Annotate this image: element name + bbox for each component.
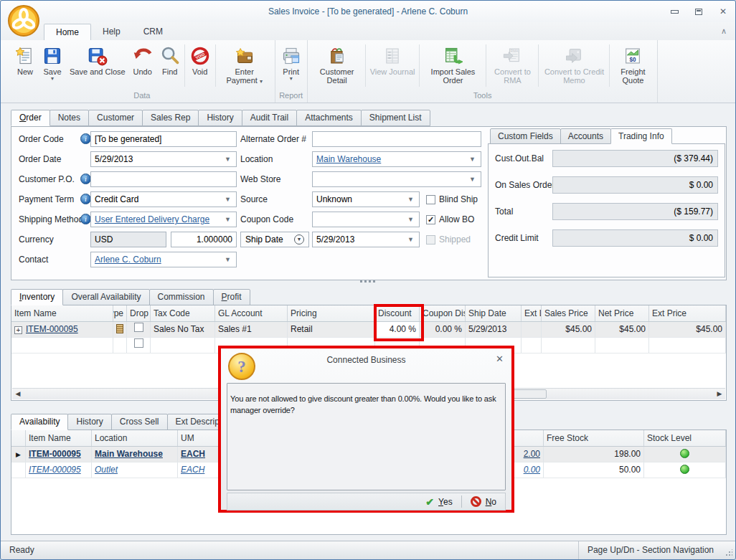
print-dropdown-icon[interactable]: ▾: [290, 76, 293, 82]
tab-overall-availability[interactable]: Overall Availability: [62, 289, 149, 305]
col-item-name[interactable]: Item Name: [11, 305, 113, 321]
info-icon[interactable]: i: [80, 133, 91, 144]
contact-field[interactable]: Arlene C. Coburn▼: [90, 252, 237, 267]
net-price-cell[interactable]: $45.00: [595, 322, 649, 337]
restore-button[interactable]: [694, 6, 704, 16]
info-icon[interactable]: i: [80, 194, 91, 204]
coupon-code-field[interactable]: ▼: [312, 212, 420, 227]
scroll-right-icon[interactable]: ▶: [714, 389, 725, 399]
tab-inventory[interactable]: Inventory: [11, 289, 63, 305]
tab-customer[interactable]: Customer: [88, 110, 143, 126]
yes-button[interactable]: ✔ Yes: [417, 493, 461, 510]
tab-notes[interactable]: Notes: [49, 110, 89, 126]
col-free-stock[interactable]: Free Stock: [544, 430, 644, 446]
ribbon-collapse-icon[interactable]: ∧: [721, 27, 727, 36]
new-button[interactable]: New: [11, 41, 39, 90]
void-button[interactable]: VOID Void: [186, 41, 214, 90]
alternate-order-field[interactable]: [312, 131, 481, 147]
ship-date-button[interactable]: Ship Date▼: [240, 232, 309, 247]
save-and-close-button[interactable]: Save and Close: [66, 41, 129, 90]
tab-audit-trail[interactable]: Audit Trail: [242, 110, 297, 126]
um-link[interactable]: EACH: [181, 449, 205, 459]
info-icon[interactable]: i: [80, 174, 91, 184]
sales-price-cell[interactable]: $45.00: [542, 322, 595, 337]
order-code-field[interactable]: [To be generated]: [90, 131, 237, 147]
col-pricing[interactable]: Pricing: [288, 305, 375, 321]
customer-detail-button[interactable]: Customer Detail: [310, 41, 364, 90]
col-ext-l[interactable]: Ext L: [522, 305, 542, 321]
gl-account-cell[interactable]: Sales #1: [215, 322, 288, 337]
col-type[interactable]: Type: [113, 305, 127, 321]
tab-order[interactable]: Order: [11, 110, 50, 126]
col-gl-account[interactable]: GL Account: [215, 305, 288, 321]
ship-date-field[interactable]: 5/29/2013▼: [312, 232, 420, 247]
col-avail-um[interactable]: UM: [178, 430, 221, 446]
print-button[interactable]: Print ▾: [278, 41, 305, 90]
drop-ship-checkbox[interactable]: [134, 323, 143, 332]
tab-availability[interactable]: Availability: [11, 414, 68, 430]
tab-history[interactable]: History: [198, 110, 242, 126]
find-button[interactable]: Find: [156, 41, 184, 90]
ship-date-cell[interactable]: 5/29/2013: [466, 322, 522, 337]
col-ship-date[interactable]: Ship Date: [466, 305, 522, 321]
tab-custom-fields[interactable]: Custom Fields: [490, 128, 561, 144]
ribbon-tab-crm[interactable]: CRM: [132, 24, 174, 40]
col-coupon-disc[interactable]: Coupon Disc...: [420, 305, 466, 321]
tab-accounts[interactable]: Accounts: [560, 128, 611, 144]
col-avail-item-name[interactable]: Item Name: [26, 430, 92, 446]
minimize-button[interactable]: [669, 6, 679, 16]
col-stock-level[interactable]: Stock Level: [644, 430, 726, 446]
col-avail-location[interactable]: Location: [92, 430, 178, 446]
tax-code-cell[interactable]: Sales No Tax: [151, 322, 215, 337]
currency-rate-field[interactable]: 1.000000: [171, 232, 237, 247]
enter-payment-button[interactable]: Enter Payment ▾: [217, 41, 273, 90]
blind-ship-checkbox[interactable]: Blind Ship: [426, 191, 478, 207]
coupon-disc-cell[interactable]: 0.00 %: [420, 322, 466, 337]
item-link[interactable]: ITEM-000095: [29, 449, 81, 459]
tab-attachments[interactable]: Attachments: [296, 110, 362, 126]
pricing-cell[interactable]: Retail: [288, 322, 375, 337]
web-store-field[interactable]: ▼: [312, 171, 481, 187]
dialog-close-icon[interactable]: ✕: [496, 353, 504, 364]
save-button[interactable]: Save ▾: [39, 41, 66, 90]
ext-l-cell[interactable]: [522, 322, 542, 337]
close-button[interactable]: ✕: [718, 6, 728, 16]
ribbon-tab-help[interactable]: Help: [91, 24, 132, 40]
ext-price-cell[interactable]: $45.00: [649, 322, 726, 337]
um-link[interactable]: EACH: [181, 465, 204, 475]
location-field[interactable]: Main Warehouse▼: [312, 151, 481, 167]
qty-link[interactable]: 0.00: [524, 465, 540, 475]
source-field[interactable]: Unknown▼: [312, 191, 420, 207]
ribbon-tab-home[interactable]: Home: [44, 24, 91, 40]
info-icon[interactable]: i: [80, 214, 91, 224]
item-link[interactable]: ITEM-000095: [29, 465, 81, 475]
inventory-row[interactable]: +ITEM-000095 Sales No Tax Sales #1 Retai…: [11, 322, 726, 338]
drop-ship-checkbox[interactable]: [134, 338, 143, 348]
tab-avail-history[interactable]: History: [67, 414, 111, 430]
allow-bo-checkbox[interactable]: ✓Allow BO: [426, 212, 474, 227]
col-net-price[interactable]: Net Price: [595, 305, 649, 321]
location-link[interactable]: Main Warehouse: [95, 449, 163, 459]
tab-profit[interactable]: Profit: [213, 289, 250, 305]
location-link[interactable]: Outlet: [95, 465, 118, 475]
save-dropdown-icon[interactable]: ▾: [51, 76, 54, 82]
tab-trading-info[interactable]: Trading Info: [610, 128, 672, 144]
tab-sales-rep[interactable]: Sales Rep: [142, 110, 199, 126]
freight-quote-button[interactable]: $0 Freight Quote: [610, 41, 655, 90]
tab-cross-sell[interactable]: Cross Sell: [111, 414, 168, 430]
order-date-field[interactable]: 5/29/2013▼: [90, 151, 237, 167]
col-ext-price[interactable]: Ext Price: [649, 305, 726, 321]
tab-shipment-list[interactable]: Shipment List: [361, 110, 430, 126]
splitter-handle[interactable]: [360, 280, 375, 283]
tab-commission[interactable]: Commission: [149, 289, 214, 305]
expand-row-icon[interactable]: +: [14, 326, 22, 334]
col-drop[interactable]: Drop: [127, 305, 151, 321]
undo-button[interactable]: Undo: [129, 41, 156, 90]
shipping-method-field[interactable]: User Entered Delivery Charge▼: [90, 212, 237, 227]
scroll-left-icon[interactable]: ◀: [12, 389, 24, 399]
import-sales-order-button[interactable]: Import Sales Order: [420, 41, 485, 90]
item-link[interactable]: ITEM-000095: [26, 324, 78, 334]
customer-po-field[interactable]: [90, 171, 237, 187]
payment-term-field[interactable]: Credit Card▼: [90, 191, 237, 207]
no-button[interactable]: No: [462, 493, 505, 510]
